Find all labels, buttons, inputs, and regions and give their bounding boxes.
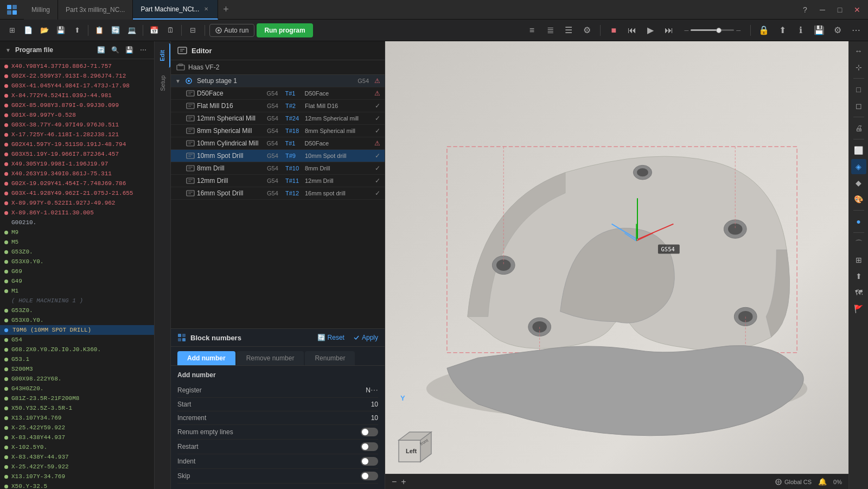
cs-icon xyxy=(775,478,782,486)
reset-icon: 🔄 xyxy=(317,334,326,341)
toolbar-list2-icon[interactable]: ≣ xyxy=(542,23,558,38)
side-tab-setup[interactable]: Setup xyxy=(155,69,170,98)
tab-partmachine[interactable]: Part Machine_NCt... ✕ xyxy=(133,0,218,20)
code-line: G03X-41.045Y44.984I-17.473J-17.98 xyxy=(0,81,154,91)
operation-row[interactable]: 8mm Spherical Mill G54 T#18 8mm Spherica… xyxy=(171,125,385,137)
rt-circle-icon[interactable]: ● xyxy=(851,214,866,229)
svg-text:Left: Left xyxy=(406,448,417,454)
operation-row[interactable]: Flat Mill D16 G54 T#2 Flat Mill D16 ✓ xyxy=(171,100,385,112)
save-code-icon[interactable]: 💾 xyxy=(124,45,135,55)
operation-row[interactable]: 10mm Spot Drill G54 T#9 10mm Spot drill … xyxy=(171,150,385,162)
bell-icon[interactable]: 🔔 xyxy=(818,478,827,486)
toolbar-export-icon[interactable]: ⬆ xyxy=(69,23,85,38)
toolbar-save2-icon[interactable]: 💾 xyxy=(812,23,827,38)
restart-toggle[interactable] xyxy=(361,442,378,451)
toolbar-refresh-icon[interactable]: 🔄 xyxy=(108,23,123,38)
op-g54: G54 xyxy=(267,90,283,97)
svg-text:GS54: GS54 xyxy=(661,246,675,252)
rt-export-icon[interactable]: ⬆ xyxy=(851,269,866,284)
toolbar-stop-icon[interactable]: ■ xyxy=(606,23,621,38)
toolbar-list1-icon[interactable]: ≡ xyxy=(524,23,539,38)
code-line: G03X51.19Y-19.966I7.872J64.457 xyxy=(0,149,154,159)
toolbar-info-icon[interactable]: ℹ xyxy=(793,23,808,38)
tab-remove-number[interactable]: Remove number xyxy=(237,351,304,365)
toolbar-new-icon[interactable]: 📄 xyxy=(21,23,36,38)
code-line: ( HOLE MACHINING 1 ) xyxy=(0,296,154,306)
operation-row[interactable]: 8mm Drill G54 T#10 8mm Drill ✓ xyxy=(171,162,385,175)
rt-map-icon[interactable]: 🗺 xyxy=(851,285,866,300)
operation-row[interactable]: 10mm Cylindrical Mill G54 T#1 D50Face ⚠ xyxy=(171,137,385,150)
close-button[interactable]: ✕ xyxy=(851,3,864,16)
zoom-minus-button[interactable]: − xyxy=(392,477,397,487)
zoom-plus-button[interactable]: + xyxy=(401,477,406,487)
search-icon[interactable]: 🔍 xyxy=(110,45,120,55)
toolbar-save-icon[interactable]: 💾 xyxy=(53,23,68,38)
toolbar-grid-icon[interactable]: ⊞ xyxy=(4,23,20,38)
operation-row[interactable]: 12mm Drill G54 T#11 12mm Drill ✓ xyxy=(171,175,385,187)
rt-color-icon[interactable]: 🎨 xyxy=(851,192,866,207)
help-button[interactable]: ? xyxy=(799,3,812,16)
toolbar-next-icon[interactable]: ⏭ xyxy=(661,23,676,38)
toolbar-list3-icon[interactable]: ☰ xyxy=(561,23,576,38)
op-icon xyxy=(186,90,195,97)
tab-renumber[interactable]: Renumber xyxy=(305,351,355,365)
side-tab-edit[interactable]: Edit xyxy=(155,43,170,68)
add-tab-button[interactable]: + xyxy=(218,2,233,17)
op-warn-icon: ⚠ xyxy=(374,139,380,147)
toolbar-play-icon[interactable]: ▶ xyxy=(643,23,658,38)
svg-rect-31 xyxy=(187,166,194,171)
tab-close-icon[interactable]: ✕ xyxy=(202,5,210,13)
reset-button[interactable]: 🔄 Reset xyxy=(317,334,344,341)
code-dot xyxy=(4,319,8,322)
restart-label: Restart xyxy=(177,443,361,450)
operation-row[interactable]: 16mm Spot Drill G54 T#12 16mm spot drill… xyxy=(171,187,385,200)
rt-material-icon[interactable]: ◆ xyxy=(851,175,866,190)
maximize-button[interactable]: □ xyxy=(833,3,846,16)
tab-milling[interactable]: Milling xyxy=(24,0,58,20)
minimize-button[interactable]: ─ xyxy=(816,3,829,16)
setup-row[interactable]: ▼ Setup stage 1 G54 ⚠ xyxy=(171,75,385,87)
tab-part3x[interactable]: Part 3x milling_NC... xyxy=(58,0,133,20)
orientation-cube[interactable]: Left front xyxy=(396,429,434,467)
toolbar-upload-icon[interactable]: ⬆ xyxy=(775,23,790,38)
rt-grid-icon[interactable]: ⊞ xyxy=(851,252,866,268)
rt-path-icon[interactable]: ⌒ xyxy=(851,236,866,251)
toolbar-monitor-icon[interactable]: 💻 xyxy=(124,23,139,38)
rt-flag-icon[interactable]: 🚩 xyxy=(851,301,866,316)
viewport-3d[interactable]: GS54 Left front Y xyxy=(385,41,848,489)
op-desc: 10mm Spot drill xyxy=(305,153,373,159)
rt-view2-icon[interactable]: ◻ xyxy=(851,98,866,113)
toolbar-open-icon[interactable]: 📂 xyxy=(37,23,52,38)
autorun-button[interactable]: Auto run xyxy=(209,24,254,37)
rt-cursor-icon[interactable]: ⊹ xyxy=(851,60,866,75)
rt-3d-icon[interactable]: ◈ xyxy=(851,159,866,174)
run-program-button[interactable]: Run program xyxy=(257,23,312,37)
operation-row[interactable]: 12mm Spherical Mill G54 T#24 12mm Spheri… xyxy=(171,112,385,125)
toolbar-settings-icon[interactable]: ⚙ xyxy=(579,23,595,38)
toolbar-copy-icon[interactable]: 📋 xyxy=(92,23,107,38)
rt-view1-icon[interactable]: □ xyxy=(851,82,866,97)
renum-toggle[interactable] xyxy=(361,428,378,436)
operation-row[interactable]: D50Face G54 T#1 D50Face ⚠ xyxy=(171,87,385,100)
register-more[interactable]: ⋯ xyxy=(371,386,378,395)
toolbar-lock-icon[interactable]: 🔒 xyxy=(756,23,771,38)
toolbar-more-icon[interactable]: ⋯ xyxy=(848,23,864,38)
toolbar-cal2-icon[interactable]: 🗓 xyxy=(163,23,178,38)
more-code-icon[interactable]: ⋯ xyxy=(138,45,149,55)
toolbar-config-icon[interactable]: ⚙ xyxy=(830,23,845,38)
skip-toggle[interactable] xyxy=(361,472,378,480)
rt-print-icon[interactable]: 🖨 xyxy=(851,120,866,136)
toolbar-table-icon[interactable]: ⊟ xyxy=(185,23,200,38)
apply-button[interactable]: Apply xyxy=(353,334,378,341)
toolbar-slider[interactable]: ─ ─ xyxy=(680,27,745,34)
op-g54: G54 xyxy=(267,177,283,184)
rt-view3-icon[interactable]: ⬜ xyxy=(851,143,866,158)
toolbar-prev-icon[interactable]: ⏮ xyxy=(624,23,640,38)
toolbar-cal1-icon[interactable]: 📅 xyxy=(146,23,162,38)
indent-toggle[interactable] xyxy=(361,457,378,466)
code-line: X-25.422Y-59.922 xyxy=(0,462,154,472)
refresh-icon[interactable]: 🔄 xyxy=(95,45,106,55)
tab-add-number[interactable]: Add number xyxy=(177,351,235,365)
rt-arrow-icon[interactable]: ↔ xyxy=(851,43,866,59)
code-text: G43H0Z20. xyxy=(11,384,43,393)
